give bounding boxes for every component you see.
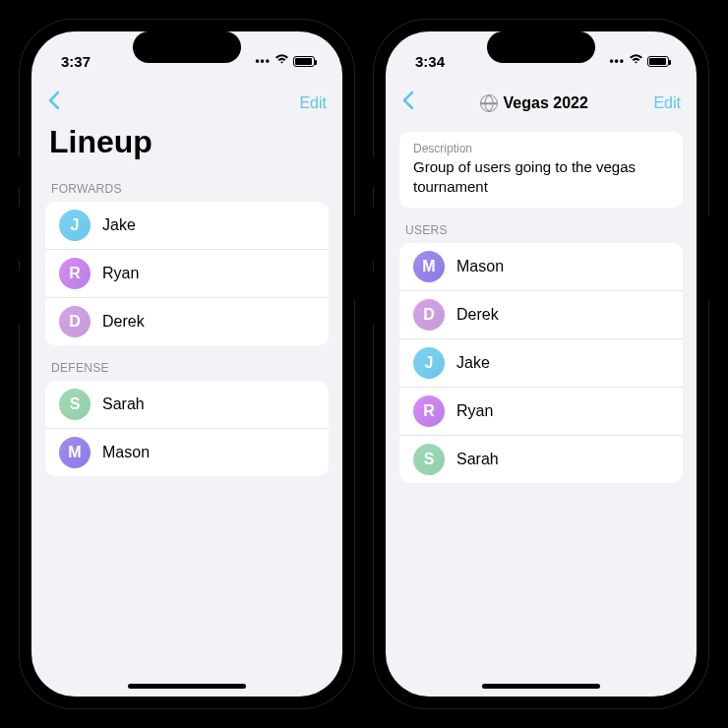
cellular-icon: ••• xyxy=(255,54,271,68)
list-item-label: Mason xyxy=(102,444,150,461)
list-card: JJakeRRyanDDerek xyxy=(45,202,329,345)
avatar: R xyxy=(59,258,91,289)
description-card: Description Group of users going to the … xyxy=(399,132,683,208)
nav-bar: Edit xyxy=(31,85,342,122)
globe-icon xyxy=(480,94,498,112)
list-item[interactable]: SSarah xyxy=(399,435,683,483)
phone-right: 3:34 ••• Vegas 2022 Edit Description xyxy=(374,20,708,708)
dynamic-island xyxy=(487,31,595,63)
list-item[interactable]: RRyan xyxy=(45,249,329,297)
description-text: Group of users going to the vegas tourna… xyxy=(413,157,669,196)
dynamic-island xyxy=(133,31,241,63)
avatar: J xyxy=(413,347,445,379)
list-item-label: Derek xyxy=(456,306,499,324)
list-item-label: Jake xyxy=(102,216,136,234)
list-card: MMasonDDerekJJakeRRyanSSarah xyxy=(399,243,683,483)
list-item[interactable]: JJake xyxy=(45,202,329,249)
page-title: Lineup xyxy=(31,122,342,166)
avatar: S xyxy=(413,444,445,475)
section-header-users: USERS xyxy=(399,208,683,243)
list-item[interactable]: DDerek xyxy=(45,297,329,345)
wifi-icon xyxy=(274,54,289,68)
cellular-icon: ••• xyxy=(609,54,625,68)
battery-icon xyxy=(293,56,315,67)
edit-button[interactable]: Edit xyxy=(653,94,681,112)
list-item-label: Sarah xyxy=(456,451,499,468)
list-item[interactable]: JJake xyxy=(399,338,683,387)
list-item[interactable]: RRyan xyxy=(399,387,683,435)
list-item-label: Derek xyxy=(102,313,145,331)
status-time: 3:34 xyxy=(415,53,445,70)
edit-button[interactable]: Edit xyxy=(299,94,327,112)
list-item[interactable]: DDerek xyxy=(399,290,683,338)
phone-left: 3:37 ••• Edit Lineup FORWARDSJJakeRRyanD… xyxy=(20,20,354,708)
battery-icon xyxy=(647,56,669,67)
avatar: S xyxy=(59,389,91,420)
avatar: R xyxy=(413,395,445,427)
list-item-label: Ryan xyxy=(102,265,139,282)
wifi-icon xyxy=(629,54,643,68)
status-indicators: ••• xyxy=(609,54,669,68)
list-card: SSarahMMason xyxy=(45,381,329,476)
back-button[interactable] xyxy=(401,91,414,116)
list-item-label: Mason xyxy=(456,258,504,275)
status-time: 3:37 xyxy=(61,53,91,70)
avatar: M xyxy=(413,251,445,282)
status-indicators: ••• xyxy=(255,54,315,68)
home-indicator[interactable] xyxy=(128,684,246,689)
avatar: D xyxy=(59,306,91,337)
list-item[interactable]: MMason xyxy=(45,428,329,476)
avatar: J xyxy=(59,210,91,241)
list-item[interactable]: MMason xyxy=(399,243,683,290)
section-header: FORWARDS xyxy=(45,166,329,202)
list-item-label: Ryan xyxy=(456,402,493,420)
back-button[interactable] xyxy=(47,91,60,116)
avatar: M xyxy=(59,437,91,468)
section-header: DEFENSE xyxy=(45,345,329,381)
nav-title: Vegas 2022 xyxy=(480,94,588,112)
list-item-label: Sarah xyxy=(102,395,145,413)
list-item[interactable]: SSarah xyxy=(45,381,329,428)
list-item-label: Jake xyxy=(456,354,490,372)
nav-bar: Vegas 2022 Edit xyxy=(386,85,697,122)
description-label: Description xyxy=(413,142,669,155)
home-indicator[interactable] xyxy=(482,684,600,689)
avatar: D xyxy=(413,299,445,331)
